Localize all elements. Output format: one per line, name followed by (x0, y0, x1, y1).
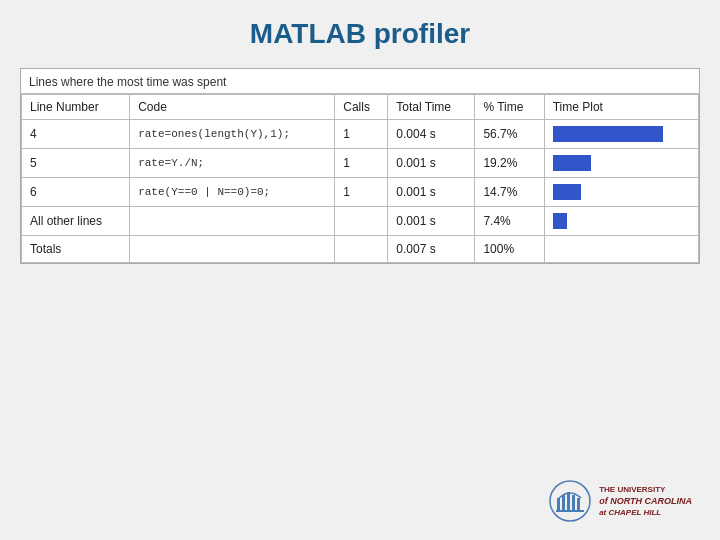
col-header-total-time: Total Time (388, 95, 475, 120)
logo-line1: THE UNIVERSITY (599, 484, 692, 495)
cell-total-time: 0.001 s (388, 207, 475, 236)
cell-time-plot (544, 149, 698, 178)
page-title: MATLAB profiler (250, 18, 470, 50)
svg-rect-2 (562, 495, 565, 510)
profiler-table: Line Number Code Calls Total Time % Time… (21, 94, 699, 263)
cell-time-plot (544, 207, 698, 236)
cell-calls: 1 (335, 149, 388, 178)
cell-pct-time: 19.2% (475, 149, 544, 178)
cell-line-number: Totals (22, 236, 130, 263)
cell-code: rate=Y./N; (130, 149, 335, 178)
cell-calls: 1 (335, 178, 388, 207)
slide: MATLAB profiler Lines where the most tim… (0, 0, 720, 540)
cell-code: rate(Y==0 | N==0)=0; (130, 178, 335, 207)
cell-pct-time: 100% (475, 236, 544, 263)
cell-calls (335, 236, 388, 263)
cell-code (130, 207, 335, 236)
cell-code: rate=ones(length(Y),1); (130, 120, 335, 149)
table-row: Totals0.007 s100% (22, 236, 699, 263)
col-header-time-plot: Time Plot (544, 95, 698, 120)
svg-rect-3 (567, 492, 570, 510)
cell-time-plot (544, 120, 698, 149)
time-bar (553, 155, 591, 171)
logo-area: THE UNIVERSITY of NORTH CAROLINA at CHAP… (549, 480, 692, 522)
cell-pct-time: 14.7% (475, 178, 544, 207)
cell-calls (335, 207, 388, 236)
logo-line3: at CHAPEL HILL (599, 507, 692, 518)
cell-code (130, 236, 335, 263)
unc-logo (549, 480, 591, 522)
time-bar (553, 213, 567, 229)
time-bar (553, 184, 581, 200)
cell-time-plot (544, 236, 698, 263)
cell-line-number: 4 (22, 120, 130, 149)
table-row: 6rate(Y==0 | N==0)=0;10.001 s14.7% (22, 178, 699, 207)
table-header-row: Line Number Code Calls Total Time % Time… (22, 95, 699, 120)
cell-pct-time: 56.7% (475, 120, 544, 149)
svg-rect-5 (577, 498, 580, 510)
cell-line-number: All other lines (22, 207, 130, 236)
svg-rect-6 (556, 510, 584, 512)
table-row: All other lines0.001 s7.4% (22, 207, 699, 236)
col-header-code: Code (130, 95, 335, 120)
cell-total-time: 0.001 s (388, 178, 475, 207)
col-header-calls: Calls (335, 95, 388, 120)
table-row: 5rate=Y./N;10.001 s19.2% (22, 149, 699, 178)
table-row: 4rate=ones(length(Y),1);10.004 s56.7% (22, 120, 699, 149)
table-section-title: Lines where the most time was spent (21, 69, 699, 94)
time-bar (553, 126, 663, 142)
profiler-table-container: Lines where the most time was spent Line… (20, 68, 700, 264)
cell-total-time: 0.007 s (388, 236, 475, 263)
cell-line-number: 5 (22, 149, 130, 178)
cell-line-number: 6 (22, 178, 130, 207)
cell-total-time: 0.001 s (388, 149, 475, 178)
cell-total-time: 0.004 s (388, 120, 475, 149)
col-header-line-number: Line Number (22, 95, 130, 120)
cell-pct-time: 7.4% (475, 207, 544, 236)
logo-line2: of NORTH CAROLINA (599, 495, 692, 508)
cell-calls: 1 (335, 120, 388, 149)
logo-text: THE UNIVERSITY of NORTH CAROLINA at CHAP… (599, 484, 692, 519)
cell-time-plot (544, 178, 698, 207)
col-header-pct-time: % Time (475, 95, 544, 120)
svg-rect-4 (572, 495, 575, 510)
svg-rect-1 (557, 498, 560, 510)
